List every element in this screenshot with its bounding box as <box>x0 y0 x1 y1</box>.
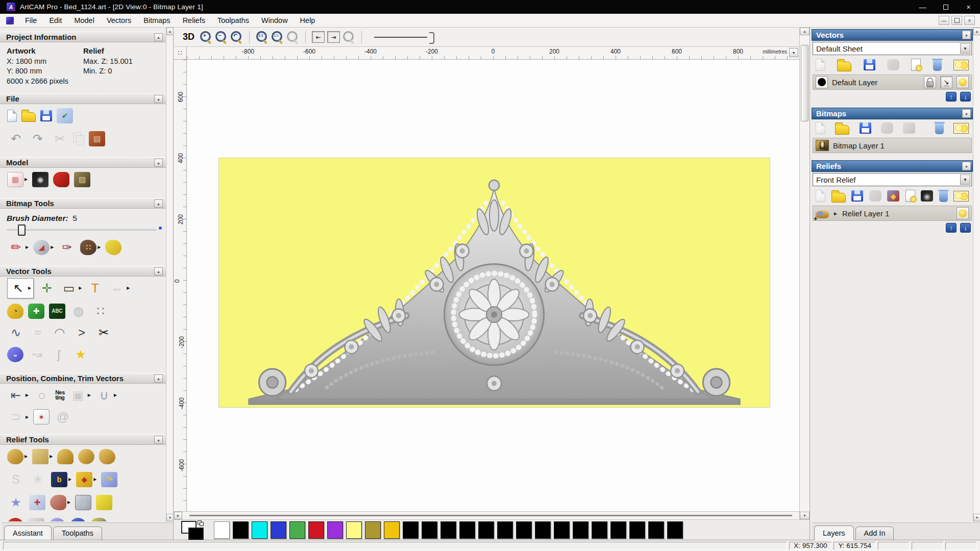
layer-lock-button[interactable] <box>924 76 936 88</box>
preview-zoom-icon[interactable] <box>342 31 355 43</box>
palette-swatch-16[interactable] <box>516 521 532 539</box>
canvas-scroll-left-button[interactable]: ► <box>174 512 182 519</box>
collapse-vector-tools-button[interactable]: ▲ <box>154 267 163 276</box>
open-model-icon[interactable] <box>21 112 36 122</box>
relief-stack-icon[interactable]: ◆ <box>887 190 899 202</box>
menu-window[interactable]: Window <box>255 14 294 27</box>
star-relief-icon[interactable]: ★ <box>7 494 24 511</box>
section-header-vector-tools[interactable]: Vector Tools ▲ <box>0 266 166 277</box>
vector-wrap-grid-icon[interactable]: ◍ <box>70 303 87 320</box>
mdi-close-button[interactable]: × <box>964 16 975 25</box>
adjust-model-icon[interactable]: ◉ <box>32 172 48 187</box>
paint-palette-icon-flyout[interactable]: ▶ <box>97 245 101 249</box>
snap-right-toggle[interactable]: ⇥ <box>327 31 340 43</box>
paste-icon[interactable]: ▤ <box>89 131 105 146</box>
current-colours[interactable] <box>181 520 211 540</box>
snap-left-toggle[interactable]: ⇤ <box>312 31 325 43</box>
close-button[interactable]: × <box>957 0 980 14</box>
zoom-1to1-icon[interactable]: 1:1 <box>256 31 268 43</box>
redo-icon[interactable]: ↷ <box>29 130 46 147</box>
move-relief-up-button[interactable]: ↑ <box>946 223 957 233</box>
menu-model[interactable]: Model <box>68 14 101 27</box>
offset-relief-icon[interactable] <box>96 495 112 510</box>
bitmap-layer-name[interactable]: Bitmap Layer 1 <box>833 141 969 150</box>
save-bitmap-layer-icon[interactable] <box>860 122 871 134</box>
vector-layer-row[interactable]: Default Layer ↘ <box>813 74 972 90</box>
cut-icon[interactable]: ✂ <box>51 130 68 147</box>
open-vector-layer-icon[interactable] <box>837 62 851 71</box>
fit-arcs-icon[interactable]: ↝ <box>28 346 45 363</box>
weld-vectors-icon-flyout[interactable]: ▶ <box>114 393 117 397</box>
palette-swatch-17[interactable] <box>535 521 551 539</box>
palette-swatch-1[interactable] <box>233 521 249 539</box>
create-star-icon[interactable]: ★ <box>72 346 89 363</box>
align-vectors-icon-flyout[interactable]: ▶ <box>26 393 29 397</box>
move-relief-down-button[interactable]: ↓ <box>960 223 971 233</box>
relief-from-bitmap-icon[interactable]: b <box>51 472 67 487</box>
mdi-restore-button[interactable] <box>951 16 962 25</box>
reliefs-header[interactable]: Reliefs ▲ <box>812 160 973 172</box>
palette-swatch-4[interactable] <box>289 521 305 539</box>
turn-model-icon[interactable] <box>7 518 23 521</box>
vector-layer-name[interactable]: Default Layer <box>832 78 920 87</box>
sheet-combo[interactable]: Default Sheet ▼ <box>813 42 972 55</box>
open-bitmap-layer-icon[interactable] <box>835 125 849 135</box>
palette-swatch-24[interactable] <box>667 521 683 539</box>
relief-editing-icon-flyout[interactable]: ▶ <box>24 454 28 459</box>
delete-vector-layer-icon[interactable] <box>933 60 942 71</box>
sheet-combo-arrow[interactable]: ▼ <box>960 43 970 54</box>
palette-swatch-22[interactable] <box>629 521 645 539</box>
collapse-relief-tools-button[interactable]: ▲ <box>154 436 163 444</box>
offset-vector-icon[interactable]: ◒ <box>7 347 23 362</box>
link-colours-icon[interactable] <box>198 520 204 525</box>
transform-vectors-icon[interactable]: ✛ <box>38 280 56 297</box>
flood-fill-tolerance-icon[interactable] <box>105 240 121 255</box>
colour-picker-icon[interactable]: ✑ <box>58 239 76 256</box>
zoom-object-icon[interactable] <box>286 31 299 43</box>
cut-vector-icon[interactable]: ✂ <box>95 324 112 341</box>
maximize-button[interactable] <box>934 0 957 14</box>
tab-layers-layers[interactable]: Layers <box>814 525 854 540</box>
relief-dome-icon[interactable] <box>78 449 94 464</box>
canvas-vscroll-thumb[interactable] <box>801 45 808 121</box>
vector-library-icon[interactable]: ABC <box>49 304 65 319</box>
relief-layer-name[interactable]: Relief Layer 1 <box>842 209 952 218</box>
canvas-hscroll-thumb[interactable] <box>189 515 792 516</box>
canvas-scroll-down-button[interactable]: ▼ <box>800 512 810 519</box>
assistant-scrollbar[interactable]: ▲ ▼ <box>166 28 173 521</box>
collapse-project-information-button[interactable]: ▲ <box>154 33 163 41</box>
layer-snap-button[interactable]: ↘ <box>940 76 952 88</box>
menu-edit[interactable]: Edit <box>43 14 68 27</box>
bitmaps-header[interactable]: Bitmaps ▲ <box>812 108 973 119</box>
relief-visibility-button[interactable] <box>957 207 969 219</box>
drawing-canvas[interactable] <box>187 60 799 511</box>
zoom-in-icon[interactable]: + <box>200 31 212 43</box>
model-properties-icon[interactable]: ✔ <box>57 108 73 123</box>
relief-preview-icon[interactable]: ◉ <box>921 190 933 202</box>
text-on-curve-icon[interactable]: ◌ <box>33 387 51 404</box>
palette-swatch-0[interactable] <box>214 521 230 539</box>
create-rectangle-icon-flyout[interactable]: ▶ <box>79 286 82 290</box>
node-editing-icon[interactable]: ∿ <box>7 324 24 341</box>
mirror-vectors-icon[interactable]: ⇔ <box>108 280 126 297</box>
create-text-icon[interactable]: T <box>86 280 104 297</box>
wrap-relief-icon[interactable]: ↷ <box>101 472 117 487</box>
collapse-model-button[interactable]: ▲ <box>154 159 163 167</box>
trace-boundary-icon[interactable]: ʃ <box>50 346 67 363</box>
toggle-all-bitmaps-icon[interactable] <box>953 123 969 134</box>
menu-bitmaps[interactable]: Bitmaps <box>137 14 176 27</box>
collapse-file-button[interactable]: ▲ <box>154 95 163 103</box>
create-rectangle-icon[interactable]: ▭ <box>60 280 78 297</box>
section-header-relief-tools[interactable]: Relief Tools ▲ <box>0 434 166 445</box>
weave-wizard-icon[interactable]: ✳ <box>29 471 46 488</box>
palette-swatch-19[interactable] <box>573 521 589 539</box>
open-relief-layer-icon[interactable] <box>831 193 846 203</box>
tab-assistant-toolpaths[interactable]: Toolpaths <box>53 527 102 540</box>
canvas-scroll-up-button[interactable]: ▲ <box>800 28 810 35</box>
menu-vectors[interactable]: Vectors <box>101 14 137 27</box>
palette-swatch-13[interactable] <box>459 521 475 539</box>
collapse-vectors-button[interactable]: ▲ <box>962 31 971 39</box>
palette-swatch-14[interactable] <box>478 521 494 539</box>
bitmap-to-vector-icon[interactable]: ▨ <box>74 172 90 187</box>
paint-icon-flyout[interactable]: ▶ <box>26 245 29 249</box>
